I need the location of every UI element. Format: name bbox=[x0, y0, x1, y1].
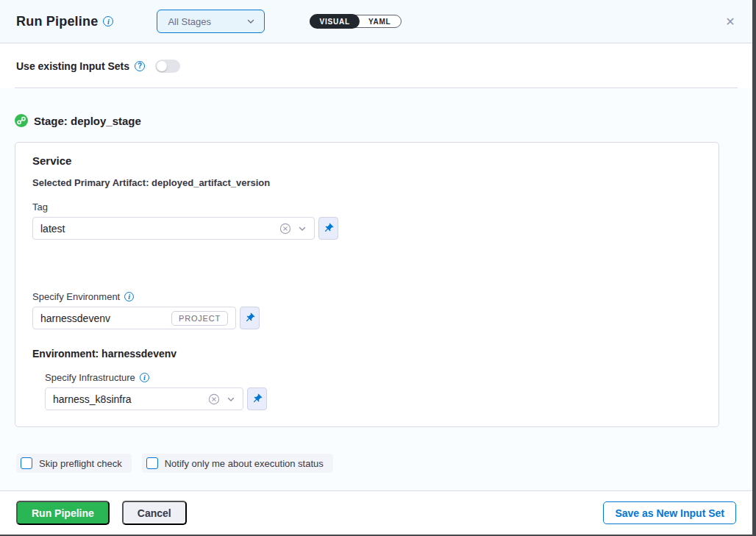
service-card: Service Selected Primary Artifact: deplo… bbox=[15, 142, 719, 427]
environment-input-row: PROJECT bbox=[32, 307, 702, 329]
scope-badge: PROJECT bbox=[171, 311, 228, 326]
environment-heading: Environment: harnessdevenv bbox=[32, 348, 702, 360]
selected-artifact-text: Selected Primary Artifact: deployed_arti… bbox=[32, 177, 702, 188]
tag-pin-button[interactable] bbox=[318, 217, 338, 240]
dialog-header: Run Pipeline All Stages VISUAL YAML bbox=[0, 0, 752, 43]
run-pipeline-dialog: Run Pipeline All Stages VISUAL YAML Use … bbox=[0, 0, 752, 535]
environment-label: Specify Environment bbox=[32, 291, 120, 302]
infrastructure-pin-button[interactable] bbox=[247, 387, 267, 410]
form-area: Stage: deploy_stage Service Selected Pri… bbox=[0, 88, 752, 473]
tab-yaml[interactable]: YAML bbox=[359, 15, 401, 28]
infrastructure-section: Specify Infrastructure bbox=[45, 372, 702, 410]
page-title: Run Pipeline bbox=[16, 14, 98, 29]
environment-info-icon[interactable] bbox=[124, 292, 134, 301]
cancel-button[interactable]: Cancel bbox=[122, 501, 187, 525]
stage-title: Stage: deploy_stage bbox=[34, 115, 141, 127]
notify-me-checkbox[interactable] bbox=[146, 457, 158, 469]
dialog-footer: Run Pipeline Cancel Save as New Input Se… bbox=[0, 490, 752, 535]
pipeline-info-icon[interactable] bbox=[103, 16, 113, 26]
tag-input-shell bbox=[32, 217, 315, 240]
options-row: Skip preflight check Notify only me abou… bbox=[16, 454, 752, 473]
save-as-new-input-set-button[interactable]: Save as New Input Set bbox=[603, 501, 736, 524]
run-pipeline-button[interactable]: Run Pipeline bbox=[16, 501, 110, 525]
infrastructure-input[interactable] bbox=[53, 393, 208, 405]
input-sets-row: Use existing Input Sets bbox=[0, 43, 752, 88]
clear-icon[interactable] bbox=[208, 393, 220, 405]
notify-me-label: Notify only me about execution status bbox=[165, 458, 324, 469]
infrastructure-label: Specify Infrastructure bbox=[45, 372, 135, 383]
cd-stage-icon bbox=[15, 114, 28, 127]
tag-input-row bbox=[32, 217, 702, 240]
input-sets-label: Use existing Input Sets bbox=[16, 60, 129, 72]
stage-selector-dropdown[interactable]: All Stages bbox=[157, 10, 265, 33]
environment-label-row: Specify Environment bbox=[32, 291, 702, 302]
pin-icon bbox=[252, 393, 263, 404]
stage-row: Stage: deploy_stage bbox=[0, 88, 752, 128]
notify-me-option[interactable]: Notify only me about execution status bbox=[142, 454, 333, 473]
infrastructure-input-row bbox=[45, 387, 702, 410]
environment-pin-button[interactable] bbox=[240, 307, 260, 329]
chevron-down-icon[interactable] bbox=[298, 224, 307, 233]
environment-input[interactable] bbox=[40, 312, 171, 324]
tag-label: Tag bbox=[32, 201, 702, 212]
stage-selector-value: All Stages bbox=[168, 16, 246, 27]
view-toggle: VISUAL YAML bbox=[310, 15, 401, 28]
input-sets-help-icon[interactable] bbox=[135, 61, 145, 71]
pin-icon bbox=[244, 312, 255, 324]
tab-visual[interactable]: VISUAL bbox=[310, 14, 359, 29]
tag-input[interactable] bbox=[40, 223, 279, 235]
skip-preflight-checkbox[interactable] bbox=[21, 457, 32, 469]
environment-input-shell: PROJECT bbox=[32, 307, 236, 329]
chevron-down-icon bbox=[246, 17, 255, 26]
service-heading: Service bbox=[32, 154, 702, 167]
infrastructure-info-icon[interactable] bbox=[140, 373, 149, 382]
infrastructure-input-shell bbox=[45, 387, 243, 410]
pin-icon bbox=[323, 223, 334, 234]
chevron-down-icon[interactable] bbox=[227, 395, 235, 404]
infrastructure-label-row: Specify Infrastructure bbox=[45, 372, 702, 383]
skip-preflight-option[interactable]: Skip preflight check bbox=[16, 454, 132, 473]
skip-preflight-label: Skip preflight check bbox=[39, 458, 122, 469]
clear-icon[interactable] bbox=[279, 223, 291, 235]
close-icon[interactable] bbox=[721, 12, 739, 30]
toggle-knob bbox=[157, 61, 167, 71]
input-sets-toggle[interactable] bbox=[155, 60, 180, 73]
